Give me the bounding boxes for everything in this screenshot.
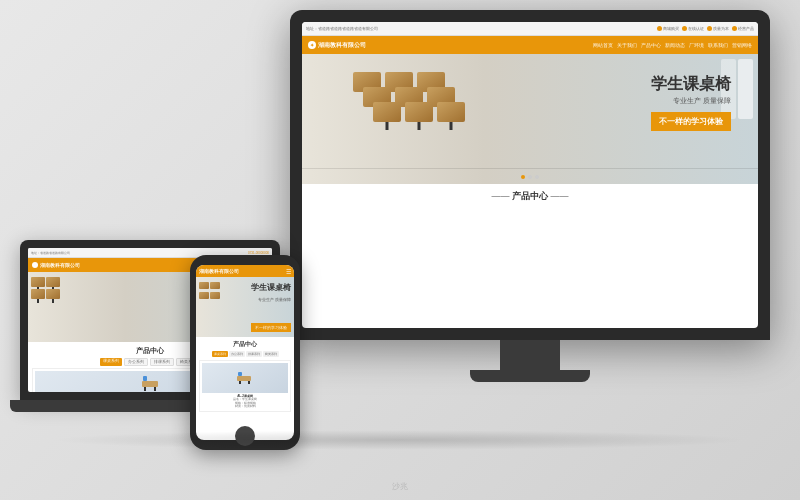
hero-title: 学生课桌椅 — [651, 74, 731, 93]
dot-3[interactable] — [535, 175, 539, 179]
phone-hero-title: 学生课桌椅 — [251, 282, 291, 293]
dot-2[interactable] — [528, 175, 532, 179]
scene: 地址：省道路省道路省道路省道有限公司 商城购买 在线认证 — [0, 0, 800, 500]
svg-rect-4 — [237, 376, 251, 381]
shop-icon — [657, 26, 662, 31]
mini-desk-row-2 — [31, 289, 60, 299]
monitor-screen: 地址：省道路省道路省道路省道有限公司 商城购买 在线认证 — [302, 22, 758, 328]
laptop-logo-text: 湖南教科有限公司 — [40, 262, 80, 268]
phone-product-tabs: 课桌系列 办公系列 排课系列 椅类系列 — [199, 351, 291, 357]
monitor-base — [470, 370, 590, 382]
hero-background: 学生课桌椅 专业生产 质量保障 不一样的学习体验 — [302, 54, 758, 184]
nav-products[interactable]: 产品中心 — [641, 43, 661, 48]
mini-desk — [31, 289, 45, 299]
laptop-tab-1[interactable]: 课桌系列 — [100, 358, 122, 366]
topbar-address: 地址：省道路省道路省道路省道有限公司 — [306, 26, 378, 31]
desk-unit — [405, 102, 433, 122]
laptop-logo-icon — [32, 262, 38, 268]
monitor-frame: 地址：省道路省道路省道路省道有限公司 商城购买 在线认证 — [290, 10, 770, 340]
nav-about[interactable]: 关于我们 — [617, 43, 637, 48]
topbar-icon-quality[interactable]: 质量为本 — [707, 26, 729, 31]
topbar-icons: 商城购买 在线认证 质量为本 — [657, 26, 754, 31]
phone-desk-unit — [199, 282, 209, 289]
phone-desk-unit — [210, 292, 220, 299]
phone-tab-1[interactable]: 课桌系列 — [212, 351, 228, 357]
hero-section: 学生课桌椅 专业生产 质量保障 不一样的学习体验 — [302, 54, 758, 184]
products-title: 产品中心 — [308, 190, 752, 203]
window-light-1 — [738, 59, 753, 119]
nav-news[interactable]: 新闻动态 — [665, 43, 685, 48]
laptop-desk-illustration — [31, 277, 60, 299]
monitor-stand — [500, 340, 560, 370]
svg-rect-2 — [154, 387, 156, 391]
phone-website: 湖南教科有限公司 ☰ — [196, 265, 294, 440]
hero-badge: 不一样的学习体验 — [651, 112, 731, 131]
hero-subtitle: 专业生产 质量保障 — [651, 96, 731, 106]
site-topbar: 地址：省道路省道路省道路省道有限公司 商城购买 在线认证 — [302, 22, 758, 36]
hero-dots — [521, 175, 539, 179]
phone-tab-3[interactable]: 排课系列 — [246, 351, 262, 357]
svg-rect-0 — [142, 381, 158, 387]
dot-1[interactable] — [521, 175, 525, 179]
phone-frame: 湖南教科有限公司 ☰ — [190, 255, 300, 450]
svg-rect-7 — [238, 372, 242, 376]
quality-icon — [707, 26, 712, 31]
laptop-phone: 0731-00000000 — [248, 251, 269, 255]
nav-contact[interactable]: 联系我们 — [708, 43, 728, 48]
phone-desk-illustration — [199, 282, 220, 299]
phone-menu-icon[interactable]: ☰ — [286, 268, 291, 275]
topbar-icon-shop[interactable]: 商城购买 — [657, 26, 679, 31]
topbar-icon-auth[interactable]: 在线认证 — [682, 26, 704, 31]
phone-tab-2[interactable]: 办公系列 — [229, 351, 245, 357]
auth-icon — [682, 26, 687, 31]
desk-illustration — [348, 67, 599, 171]
desk-row-3 — [373, 102, 465, 122]
phone-tab-4[interactable]: 椅类系列 — [263, 351, 279, 357]
desk-unit — [437, 102, 465, 122]
nav-links: 网站首页 关于我们 产品中心 新闻动态 厂环境 联系我们 营销网络 — [593, 43, 752, 48]
svg-rect-6 — [248, 381, 250, 384]
site-logo: ✦ 湖南教科有限公司 — [308, 41, 366, 50]
phone-desk-row-1 — [199, 282, 220, 289]
monitor-website: 地址：省道路省道路省道路省道有限公司 商城购买 在线认证 — [302, 22, 758, 328]
phone: 湖南教科有限公司 ☰ — [190, 255, 300, 450]
phone-desk-unit — [199, 292, 209, 299]
phone-products-title: 产品中心 — [199, 340, 291, 349]
topbar-icon-product[interactable]: 经营产品 — [732, 26, 754, 31]
site-nav: ✦ 湖南教科有限公司 网站首页 关于我们 产品中心 新闻动态 厂环境 联系我们 … — [302, 36, 758, 54]
mini-desk — [31, 277, 45, 287]
nav-sales[interactable]: 营销网络 — [732, 43, 752, 48]
phone-product-card: AL-2课桌椅 品名：学生课桌椅规格：标准规格材质：优质材料 — [199, 360, 291, 412]
phone-logo-text: 湖南教科有限公司 — [199, 269, 239, 274]
laptop-tab-3[interactable]: 排课系列 — [150, 358, 174, 366]
phone-hero: 学生课桌椅 专业生产 质量保障 不一样的学习体验 — [196, 277, 294, 337]
desk-unit — [373, 102, 401, 122]
mini-desk-row-1 — [31, 277, 60, 287]
svg-rect-1 — [144, 387, 146, 391]
mini-desk — [46, 289, 60, 299]
phone-desk-unit — [210, 282, 220, 289]
nav-factory[interactable]: 厂环境 — [689, 43, 704, 48]
phone-desk-row-2 — [199, 292, 220, 299]
laptop-logo: 湖南教科有限公司 — [32, 262, 80, 268]
laptop-topbar-text: 地址：省道路省道路有限公司 — [31, 251, 70, 255]
logo-icon: ✦ — [308, 41, 316, 49]
desktop-monitor: 地址：省道路省道路省道路省道有限公司 商城购买 在线认证 — [290, 10, 770, 390]
svg-rect-5 — [239, 381, 241, 384]
products-section: 产品中心 — [302, 184, 758, 213]
svg-rect-3 — [143, 376, 147, 381]
nav-home[interactable]: 网站首页 — [593, 43, 613, 48]
hero-text: 学生课桌椅 专业生产 质量保障 不一样的学习体验 — [651, 74, 731, 131]
mini-desk — [46, 277, 60, 287]
phone-hero-subtitle: 专业生产 质量保障 — [258, 297, 291, 302]
watermark: 沙兆 — [392, 481, 408, 492]
product-icon — [732, 26, 737, 31]
phone-screen: 湖南教科有限公司 ☰ — [196, 265, 294, 440]
phone-products: 产品中心 课桌系列 办公系列 排课系列 椅类系列 — [196, 337, 294, 415]
phone-topbar: 湖南教科有限公司 ☰ — [196, 265, 294, 277]
device-shadow — [50, 430, 750, 450]
phone-product-desc: 品名：学生课桌椅规格：标准规格材质：优质材料 — [202, 398, 288, 409]
laptop-tab-2[interactable]: 办公系列 — [124, 358, 148, 366]
phone-hero-badge: 不一样的学习体验 — [251, 323, 291, 332]
phone-product-image — [202, 363, 288, 393]
